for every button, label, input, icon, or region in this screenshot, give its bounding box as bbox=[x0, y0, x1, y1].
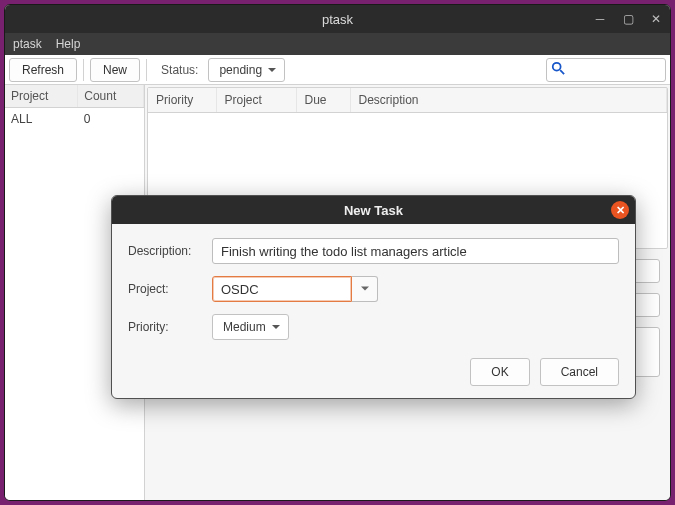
window-controls: ─ ▢ ✕ bbox=[592, 5, 664, 33]
col-due[interactable]: Due bbox=[296, 88, 350, 113]
svg-point-0 bbox=[553, 63, 561, 71]
minimize-button[interactable]: ─ bbox=[592, 12, 608, 26]
search-input[interactable] bbox=[569, 62, 649, 78]
window-title: ptask bbox=[322, 12, 353, 27]
menu-bar: ptask Help bbox=[5, 33, 670, 55]
search-box[interactable] bbox=[546, 58, 666, 82]
dialog-body: Description: Project: Priority: Medium O… bbox=[112, 224, 635, 398]
desc-label: Description: bbox=[128, 244, 212, 258]
new-task-dialog: New Task ✕ Description: Project: Priorit… bbox=[111, 195, 636, 399]
status-label: Status: bbox=[153, 63, 202, 77]
col-description[interactable]: Description bbox=[350, 88, 667, 113]
maximize-button[interactable]: ▢ bbox=[620, 12, 636, 26]
menu-ptask[interactable]: ptask bbox=[13, 37, 42, 51]
project-dropdown-button[interactable] bbox=[352, 276, 378, 302]
menu-help[interactable]: Help bbox=[56, 37, 81, 51]
project-table: Project Count ALL 0 bbox=[5, 85, 144, 130]
cell-count: 0 bbox=[78, 108, 144, 131]
close-button[interactable]: ✕ bbox=[648, 12, 664, 26]
toolbar-separator bbox=[83, 59, 84, 81]
status-select[interactable]: pending bbox=[208, 58, 285, 82]
ok-button[interactable]: OK bbox=[470, 358, 529, 386]
priority-select[interactable]: Medium bbox=[212, 314, 289, 340]
dialog-buttons: OK Cancel bbox=[128, 352, 619, 386]
toolbar-separator bbox=[146, 59, 147, 81]
col-project[interactable]: Project bbox=[216, 88, 296, 113]
col-priority[interactable]: Priority bbox=[148, 88, 216, 113]
priority-label: Priority: bbox=[128, 320, 212, 334]
search-icon bbox=[551, 61, 565, 78]
cell-project: ALL bbox=[5, 108, 78, 131]
svg-line-1 bbox=[560, 70, 564, 74]
close-icon: ✕ bbox=[616, 205, 625, 216]
priority-value: Medium bbox=[223, 320, 266, 334]
description-input[interactable] bbox=[212, 238, 619, 264]
col-project[interactable]: Project bbox=[5, 85, 78, 108]
table-row[interactable]: ALL 0 bbox=[5, 108, 144, 131]
cancel-button[interactable]: Cancel bbox=[540, 358, 619, 386]
toolbar: Refresh New Status: pending bbox=[5, 55, 670, 85]
dialog-titlebar: New Task ✕ bbox=[112, 196, 635, 224]
main-titlebar: ptask ─ ▢ ✕ bbox=[5, 5, 670, 33]
dialog-title: New Task bbox=[344, 203, 403, 218]
status-value: pending bbox=[219, 63, 262, 77]
dialog-close-button[interactable]: ✕ bbox=[611, 201, 629, 219]
project-label: Project: bbox=[128, 282, 212, 296]
col-count[interactable]: Count bbox=[78, 85, 144, 108]
refresh-button[interactable]: Refresh bbox=[9, 58, 77, 82]
project-combo bbox=[212, 276, 378, 302]
project-input[interactable] bbox=[212, 276, 352, 302]
new-button[interactable]: New bbox=[90, 58, 140, 82]
